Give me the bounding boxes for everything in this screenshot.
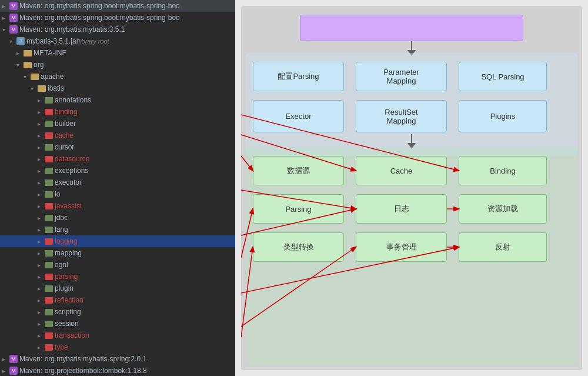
tree-item-folder-lang[interactable]: lang — [0, 224, 235, 235]
tree-item-folder-io[interactable]: io — [0, 188, 235, 200]
peizhi-parsing-box: 配置Parsing — [253, 62, 344, 91]
tree-item-folder-cache[interactable]: cache — [0, 129, 235, 141]
tree-item-folder-apache[interactable]: apache — [0, 71, 235, 82]
tree-item-folder-datasource[interactable]: datasource — [0, 153, 235, 165]
shiwu-box: 事务管理 — [356, 232, 447, 262]
tree-item-folder-executor[interactable]: executor — [0, 177, 235, 188]
tree-item-folder-org[interactable]: org — [0, 59, 235, 71]
ziyuanjiazai-box: 资源加载 — [459, 194, 547, 224]
tree-item-folder-type[interactable]: type — [0, 341, 235, 353]
tree-item-folder-binding[interactable]: binding — [0, 106, 235, 118]
diagram-area: 配置Parsing ParameterMapping SQL Parsing E… — [241, 6, 582, 370]
tree-item-folder-parsing[interactable]: parsing — [0, 271, 235, 282]
rizhi-box: 日志 — [356, 194, 447, 224]
tree-item-folder-jdbc[interactable]: jdbc — [0, 212, 235, 224]
tree-item-folder-logging[interactable]: logging — [0, 235, 235, 247]
exector-box: Exector — [253, 100, 344, 132]
sql-session-box — [300, 15, 523, 41]
parsing-box: Parsing — [253, 194, 344, 224]
tree-item-folder-transaction[interactable]: transaction — [0, 330, 235, 341]
tree-item-maven2[interactable]: MMaven: org.mybatis.spring.boot:mybatis-… — [0, 12, 235, 24]
tree-item-maven5[interactable]: MMaven: org.projectlombok:lombok:1.18.8 — [0, 365, 235, 376]
shujuyuan-box: 数据源 — [253, 156, 344, 185]
fashe-box: 反射 — [459, 232, 547, 262]
plugins-box: Plugins — [459, 100, 547, 132]
tree-item-maven4[interactable]: MMaven: org.mybatis:mybatis-spring:2.0.1 — [0, 353, 235, 365]
tree-item-maven3[interactable]: MMaven: org.mybatis:mybatis:3.5.1 — [0, 24, 235, 35]
tree-item-maven1[interactable]: MMaven: org.mybatis.spring.boot:mybatis-… — [0, 0, 235, 12]
file-tree: MMaven: org.mybatis.spring.boot:mybatis-… — [0, 0, 235, 376]
tree-item-folder-ibatis[interactable]: ibatis — [0, 82, 235, 94]
cache-box: Cache — [356, 156, 447, 185]
tree-item-folder-plugin[interactable]: plugin — [0, 282, 235, 294]
sql-parsing-box: SQL Parsing — [459, 62, 547, 91]
tree-item-folder-meta[interactable]: META-INF — [0, 47, 235, 59]
leixing-box: 类型转换 — [253, 232, 344, 262]
tree-item-folder-session[interactable]: session — [0, 318, 235, 330]
tree-item-folder-cursor[interactable]: cursor — [0, 141, 235, 153]
tree-item-folder-exceptions[interactable]: exceptions — [0, 165, 235, 177]
resultset-mapping-box: ResultSetMapping — [356, 100, 447, 132]
tree-item-folder-ognl[interactable]: ognl — [0, 259, 235, 271]
tree-item-folder-builder[interactable]: builder — [0, 118, 235, 129]
tree-item-folder-reflection[interactable]: reflection — [0, 294, 235, 306]
tree-item-folder-mapping[interactable]: mapping — [0, 247, 235, 259]
tree-item-folder-javassist[interactable]: javassist — [0, 200, 235, 212]
binding-box: Binding — [459, 156, 547, 185]
tree-item-jar1[interactable]: Jmybatis-3.5.1.jar library root — [0, 35, 235, 47]
diagram-panel: 配置Parsing ParameterMapping SQL Parsing E… — [235, 0, 588, 376]
tree-item-folder-scripting[interactable]: scripting — [0, 306, 235, 318]
tree-item-folder-annotations[interactable]: annotations — [0, 94, 235, 106]
parameter-mapping-box: ParameterMapping — [356, 62, 447, 91]
